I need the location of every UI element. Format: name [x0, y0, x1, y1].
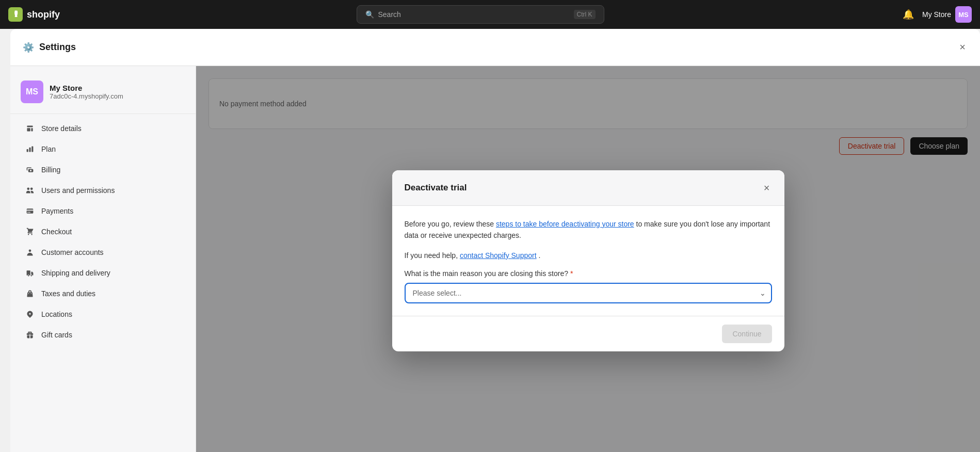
shopify-logo-icon	[8, 7, 23, 22]
shopify-logo: shopify	[8, 7, 60, 22]
reason-select[interactable]: Please select...I'm just getting started…	[405, 283, 772, 303]
settings-body: MS My Store 7adc0c-4.myshopify.com Store…	[10, 66, 980, 452]
payments-icon	[25, 206, 35, 216]
deactivate-steps-link[interactable]: steps to take before deactivating your s…	[496, 220, 634, 228]
store-menu-button[interactable]: My Store MS	[922, 6, 972, 23]
search-icon: 🔍	[365, 10, 374, 19]
checkout-icon	[25, 227, 35, 237]
modal-title: Deactivate trial	[405, 183, 467, 193]
modal-body: Before you go, review these steps to tak…	[392, 206, 784, 316]
sidebar-label-users-permissions: Users and permissions	[41, 186, 115, 195]
modal-intro-paragraph: Before you go, review these steps to tak…	[405, 218, 772, 241]
search-shortcut: Ctrl K	[574, 10, 596, 19]
modal-overlay[interactable]: Deactivate trial × Before you go, review…	[196, 66, 980, 452]
sidebar-item-billing[interactable]: Billing	[14, 159, 191, 180]
topbar-right: 🔔 My Store MS	[901, 6, 972, 23]
sidebar-label-store-details: Store details	[41, 124, 82, 133]
store-avatar: MS	[21, 80, 43, 103]
sidebar-label-taxes-duties: Taxes and duties	[41, 289, 95, 298]
modal-header: Deactivate trial ×	[392, 170, 784, 206]
sidebar-item-payments[interactable]: Payments	[14, 201, 191, 221]
reason-select-wrapper: Please select...I'm just getting started…	[405, 283, 772, 303]
modal-footer: Continue	[392, 316, 784, 351]
user-avatar: MS	[955, 6, 972, 23]
sidebar-item-customer-accounts[interactable]: Customer accounts	[14, 242, 191, 263]
search-bar[interactable]: 🔍 Search Ctrl K	[357, 5, 604, 24]
deactivate-trial-modal: Deactivate trial × Before you go, review…	[392, 170, 784, 351]
store-info-text: My Store 7adc0c-4.myshopify.com	[50, 84, 123, 100]
notification-button[interactable]: 🔔	[901, 7, 916, 22]
topbar-left: shopify	[8, 7, 60, 22]
sidebar-label-shipping-delivery: Shipping and delivery	[41, 269, 110, 277]
sidebar-item-store-details[interactable]: Store details	[14, 118, 191, 139]
main-content: No payment method added Deactivate trial…	[196, 66, 980, 452]
sidebar-label-plan: Plan	[41, 145, 56, 153]
sidebar-label-customer-accounts: Customer accounts	[41, 248, 104, 256]
sidebar-label-checkout: Checkout	[41, 228, 72, 236]
sidebar-item-locations[interactable]: Locations	[14, 304, 191, 325]
modal-support-text: If you need help,	[405, 251, 460, 260]
modal-support-suffix: .	[538, 251, 540, 260]
settings-gear-icon: ⚙️	[23, 42, 34, 53]
modal-intro-text: Before you go, review these	[405, 220, 494, 228]
shopify-logo-text: shopify	[27, 9, 60, 20]
sidebar-item-checkout[interactable]: Checkout	[14, 221, 191, 242]
modal-close-button[interactable]: ×	[762, 181, 772, 195]
settings-header-left: ⚙️ Settings	[23, 42, 76, 53]
sidebar-item-plan[interactable]: Plan	[14, 139, 191, 159]
plan-icon	[25, 144, 35, 154]
settings-close-button[interactable]: ×	[957, 39, 968, 55]
sidebar-label-locations: Locations	[41, 310, 72, 318]
settings-window: ⚙️ Settings × MS My Store 7adc0c-4.mysho…	[10, 29, 980, 452]
billing-icon	[25, 165, 35, 175]
main-container: ⚙️ Settings × MS My Store 7adc0c-4.mysho…	[0, 29, 980, 452]
sidebar: MS My Store 7adc0c-4.myshopify.com Store…	[10, 66, 196, 452]
gift-cards-icon	[25, 330, 35, 340]
search-placeholder-text: Search	[378, 10, 401, 19]
shipping-icon	[25, 268, 35, 278]
settings-title: Settings	[39, 42, 76, 53]
store-info-name: My Store	[50, 84, 123, 92]
continue-button[interactable]: Continue	[722, 325, 772, 343]
settings-header: ⚙️ Settings ×	[10, 29, 980, 66]
store-name-text: My Store	[922, 10, 951, 19]
sidebar-item-taxes-duties[interactable]: Taxes and duties	[14, 283, 191, 304]
sidebar-label-gift-cards: Gift cards	[41, 331, 72, 339]
sidebar-item-shipping-delivery[interactable]: Shipping and delivery	[14, 263, 191, 283]
store-info-url: 7adc0c-4.myshopify.com	[50, 92, 123, 100]
modal-support-paragraph: If you need help, contact Shopify Suppor…	[405, 250, 772, 261]
topbar: shopify 🔍 Search Ctrl K 🔔 My Store MS	[0, 0, 980, 29]
sidebar-label-billing: Billing	[41, 166, 60, 174]
taxes-icon	[25, 288, 35, 299]
store-info: MS My Store 7adc0c-4.myshopify.com	[10, 74, 196, 114]
required-star: *	[570, 269, 573, 278]
reason-question: What is the main reason you are closing …	[405, 269, 772, 278]
sidebar-item-gift-cards[interactable]: Gift cards	[14, 325, 191, 345]
sidebar-label-payments: Payments	[41, 207, 73, 215]
store-details-icon	[25, 123, 35, 134]
users-icon	[25, 185, 35, 196]
locations-icon	[25, 309, 35, 319]
shopify-support-link[interactable]: contact Shopify Support	[460, 251, 537, 260]
sidebar-item-users-permissions[interactable]: Users and permissions	[14, 180, 191, 201]
customer-accounts-icon	[25, 247, 35, 257]
